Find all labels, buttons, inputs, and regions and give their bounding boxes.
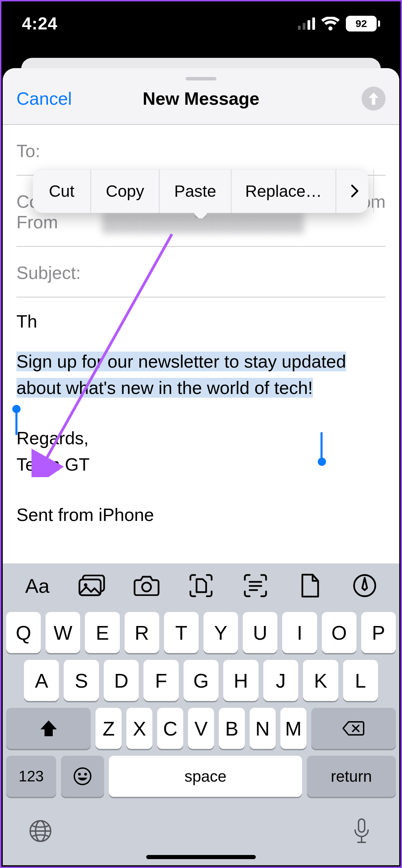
camera-icon bbox=[133, 575, 160, 596]
key-g[interactable]: G bbox=[184, 660, 218, 701]
key-b[interactable]: B bbox=[219, 708, 245, 749]
subject-label: Subject: bbox=[16, 263, 81, 283]
key-h[interactable]: H bbox=[223, 660, 258, 701]
key-d[interactable]: D bbox=[104, 660, 139, 701]
key-m[interactable]: M bbox=[280, 708, 306, 749]
edit-menu-replace[interactable]: Replace… bbox=[231, 169, 336, 213]
return-key[interactable]: return bbox=[307, 756, 396, 797]
scan-document-button[interactable] bbox=[182, 571, 220, 600]
microphone-icon bbox=[353, 818, 370, 844]
sent-from-line: Sent from iPhone bbox=[16, 502, 386, 528]
backspace-key[interactable] bbox=[311, 708, 396, 749]
svg-point-14 bbox=[74, 768, 91, 784]
edit-menu-paste[interactable]: Paste bbox=[160, 169, 231, 213]
space-key[interactable]: space bbox=[109, 756, 302, 797]
body-line-1: Th bbox=[16, 308, 386, 335]
camera-button[interactable] bbox=[128, 571, 165, 600]
key-v[interactable]: V bbox=[188, 708, 214, 749]
cellular-icon bbox=[298, 17, 315, 30]
wifi-icon bbox=[321, 17, 340, 30]
svg-rect-0 bbox=[298, 26, 301, 30]
subject-field[interactable]: Subject: bbox=[16, 247, 386, 297]
key-k[interactable]: K bbox=[303, 660, 338, 701]
svg-rect-20 bbox=[359, 819, 365, 832]
emoji-key[interactable] bbox=[61, 756, 104, 797]
home-indicator[interactable] bbox=[146, 855, 256, 859]
key-s[interactable]: S bbox=[64, 660, 99, 701]
keyboard-keys: QWERTYUIOP ASDFGHJKL ZXCVBNM 123 space r… bbox=[3, 608, 399, 797]
status-bar: 4:24 92 bbox=[1, 1, 401, 46]
shift-icon bbox=[40, 720, 58, 737]
to-field[interactable]: To: bbox=[16, 125, 386, 176]
shift-key[interactable] bbox=[6, 708, 91, 749]
photo-library-button[interactable] bbox=[73, 571, 111, 600]
key-c[interactable]: C bbox=[157, 708, 183, 749]
svg-point-7 bbox=[142, 583, 151, 591]
edit-menu-copy[interactable]: Copy bbox=[91, 169, 160, 213]
cancel-button[interactable]: Cancel bbox=[16, 88, 72, 109]
dictation-key[interactable] bbox=[344, 814, 379, 848]
scan-document-icon bbox=[189, 574, 213, 598]
svg-point-16 bbox=[84, 773, 87, 776]
document-icon bbox=[300, 573, 320, 598]
edit-menu-more[interactable] bbox=[336, 169, 374, 213]
key-r[interactable]: R bbox=[125, 612, 159, 653]
markup-button[interactable] bbox=[346, 571, 384, 600]
selected-text-block[interactable]: Sign up for our newsletter to stay updat… bbox=[16, 352, 346, 398]
key-i[interactable]: I bbox=[282, 612, 317, 653]
key-n[interactable]: N bbox=[250, 708, 276, 749]
key-x[interactable]: X bbox=[126, 708, 152, 749]
svg-point-6 bbox=[84, 583, 87, 587]
svg-point-15 bbox=[78, 773, 81, 776]
emoji-icon bbox=[73, 767, 92, 786]
key-t[interactable]: T bbox=[164, 612, 199, 653]
signature-team: Team GT bbox=[16, 451, 386, 478]
send-button[interactable] bbox=[362, 87, 386, 111]
selection-handle-end[interactable] bbox=[318, 458, 326, 466]
key-a[interactable]: A bbox=[24, 660, 59, 701]
key-o[interactable]: O bbox=[322, 612, 356, 653]
markup-icon bbox=[353, 574, 377, 598]
key-l[interactable]: L bbox=[343, 660, 378, 701]
sheet-grabber[interactable] bbox=[186, 77, 216, 80]
scan-text-button[interactable] bbox=[237, 571, 274, 600]
to-label: To: bbox=[16, 141, 40, 161]
svg-rect-5 bbox=[79, 579, 101, 595]
globe-icon bbox=[28, 819, 53, 843]
key-e[interactable]: E bbox=[85, 612, 120, 653]
edit-menu: Cut Copy Paste Replace… bbox=[33, 169, 368, 213]
status-time: 4:24 bbox=[22, 14, 58, 34]
key-y[interactable]: Y bbox=[203, 612, 238, 653]
key-w[interactable]: W bbox=[46, 612, 80, 653]
attach-document-button[interactable] bbox=[291, 571, 329, 600]
svg-rect-1 bbox=[303, 23, 305, 30]
arrow-up-icon bbox=[367, 92, 380, 105]
text-format-button[interactable]: Aa bbox=[18, 571, 56, 600]
photo-library-icon bbox=[78, 575, 105, 597]
svg-rect-2 bbox=[307, 20, 310, 30]
key-f[interactable]: F bbox=[143, 660, 178, 701]
chevron-right-icon bbox=[351, 184, 359, 198]
key-q[interactable]: Q bbox=[6, 612, 41, 653]
status-right: 92 bbox=[298, 16, 380, 31]
selected-text: Sign up for our newsletter to stay updat… bbox=[16, 352, 346, 398]
signature-regards: Regards, bbox=[16, 425, 386, 451]
sheet-header: Cancel New Message bbox=[3, 68, 399, 125]
numbers-key[interactable]: 123 bbox=[6, 756, 56, 797]
scan-text-icon bbox=[243, 574, 267, 598]
svg-rect-3 bbox=[312, 17, 315, 30]
edit-menu-cut[interactable]: Cut bbox=[33, 169, 91, 213]
battery-indicator: 92 bbox=[346, 16, 380, 31]
key-p[interactable]: P bbox=[361, 612, 396, 653]
key-u[interactable]: U bbox=[243, 612, 277, 653]
keyboard-toolbar: Aa bbox=[3, 563, 399, 608]
battery-percent: 92 bbox=[346, 16, 377, 31]
key-z[interactable]: Z bbox=[96, 708, 122, 749]
key-j[interactable]: J bbox=[263, 660, 298, 701]
backspace-icon bbox=[342, 720, 364, 736]
keyboard: Aa QWERTYUIOP ASDFGHJKL bbox=[3, 563, 399, 865]
compose-body[interactable]: Th Sign up for our newsletter to stay up… bbox=[3, 297, 399, 528]
globe-key[interactable] bbox=[23, 814, 58, 848]
